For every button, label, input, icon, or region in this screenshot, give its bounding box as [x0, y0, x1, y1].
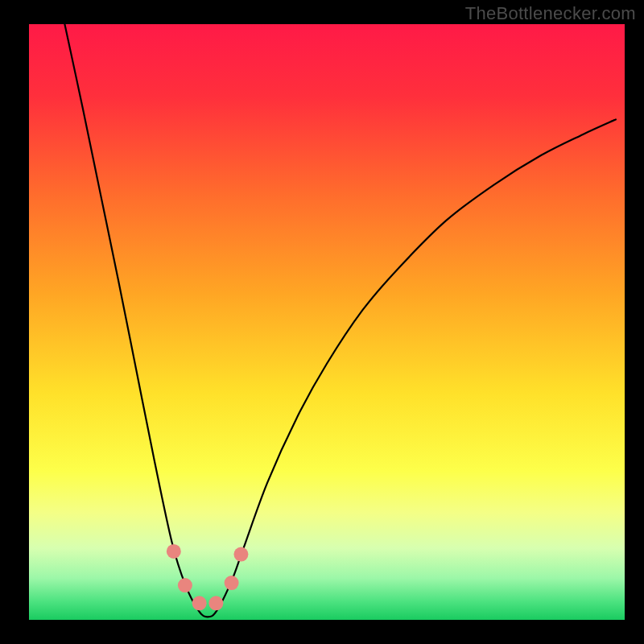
data-marker: [167, 544, 181, 559]
gradient-background: [29, 24, 625, 620]
plot-area: [29, 24, 625, 620]
watermark-text: TheBottlenecker.com: [465, 3, 636, 24]
data-marker: [192, 596, 207, 610]
data-marker: [178, 578, 192, 592]
data-marker: [208, 596, 223, 610]
chart-frame: TheBottlenecker.com: [0, 0, 644, 644]
data-marker: [233, 547, 248, 562]
data-marker: [225, 576, 239, 590]
plot-svg: [29, 24, 625, 620]
